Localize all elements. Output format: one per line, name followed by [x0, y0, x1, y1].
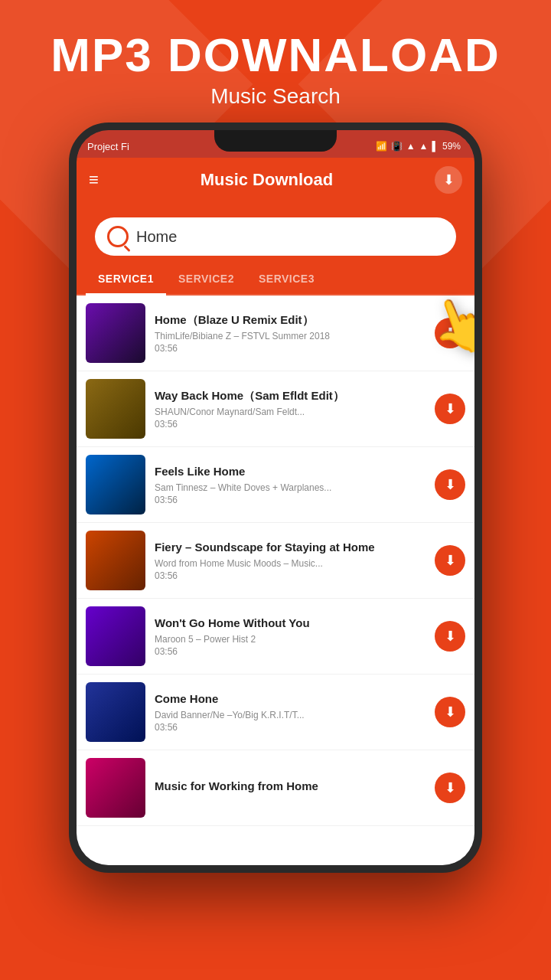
song-info: Music for Working from Home: [155, 779, 425, 797]
song-duration: 03:56: [155, 646, 425, 657]
song-info: Feels Like HomeSam Tinnesz – White Doves…: [155, 464, 425, 505]
song-download-button[interactable]: ⬇: [435, 697, 465, 727]
carrier-text: Project Fi: [87, 141, 129, 152]
song-artist: ThimLife/Bibiane Z – FSTVL Summer 2018: [155, 331, 425, 341]
song-info: Way Back Home（Sam Efldt Edit）SHAUN/Conor…: [155, 388, 425, 430]
song-info: Home（Blaze U Remix Edit）ThimLife/Bibiane…: [155, 312, 425, 354]
song-thumbnail: [86, 682, 145, 742]
song-info: Come HoneDavid Banner/Ne –Yo/Big K.R.I.T…: [155, 691, 425, 733]
song-download-button[interactable]: ⬇: [435, 621, 465, 652]
song-artist: David Banner/Ne –Yo/Big K.R.I.T/T...: [155, 710, 425, 720]
song-title: Feels Like Home: [155, 464, 425, 479]
song-thumbnail: [86, 379, 145, 439]
song-download-button[interactable]: ⬇: [435, 773, 465, 803]
song-duration: 03:56: [155, 419, 425, 430]
menu-icon[interactable]: ≡: [89, 172, 99, 188]
song-thumbnail: [86, 606, 145, 666]
tab-service1[interactable]: SERVICE1: [86, 263, 166, 294]
song-download-button[interactable]: ⬇: [435, 318, 465, 348]
song-item: Music for Working from Home⬇: [77, 750, 474, 826]
song-title: Music for Working from Home: [155, 779, 425, 794]
song-title: Fiery – Soundscape for Staying at Home: [155, 540, 425, 555]
song-item: Feels Like HomeSam Tinnesz – White Doves…: [77, 447, 474, 523]
song-artist: Sam Tinnesz – White Doves + Warplanes...: [155, 482, 425, 493]
song-title: Won't Go Home Without You: [155, 616, 425, 631]
battery-text: 59%: [442, 141, 461, 152]
banner-title: MP3 DOWNALOAD: [0, 29, 551, 81]
status-icons: 📶 📳 ▲ ▲ ▌ 59%: [376, 141, 461, 152]
top-banner: MP3 DOWNALOAD Music Search: [0, 0, 551, 122]
signal-icon: ▲: [419, 141, 429, 152]
song-thumbnail: [86, 303, 145, 363]
banner-subtitle: Music Search: [0, 84, 551, 109]
phone-content: Project Fi 📶 📳 ▲ ▲ ▌ 59% ≡ Music Downloa…: [77, 130, 474, 865]
app-header: ≡ Music Download ⬇: [77, 158, 474, 202]
song-list: Home（Blaze U Remix Edit）ThimLife/Bibiane…: [77, 296, 474, 865]
song-title: Come Hone: [155, 691, 425, 707]
battery-icon: ▌: [432, 141, 439, 152]
song-item: Come HoneDavid Banner/Ne –Yo/Big K.R.I.T…: [77, 675, 474, 750]
song-artist: Word from Home Music Moods – Music...: [155, 558, 425, 569]
download-icon[interactable]: ⬇: [435, 166, 462, 194]
phone-frame: Project Fi 📶 📳 ▲ ▲ ▌ 59% ≡ Music Downloa…: [69, 122, 482, 873]
vibrate-icon: 📳: [391, 141, 403, 152]
song-duration: 03:56: [155, 495, 425, 505]
song-title: Home（Blaze U Remix Edit）: [155, 312, 425, 328]
song-item: Home（Blaze U Remix Edit）ThimLife/Bibiane…: [77, 296, 474, 371]
search-input[interactable]: Home: [136, 228, 177, 246]
tab-service3[interactable]: SERVICE3: [246, 263, 327, 294]
song-thumbnail: [86, 758, 145, 818]
song-download-button[interactable]: ⬇: [435, 394, 465, 424]
song-item: Way Back Home（Sam Efldt Edit）SHAUN/Conor…: [77, 371, 474, 447]
song-info: Fiery – Soundscape for Staying at HomeWo…: [155, 540, 425, 581]
tab-service2[interactable]: SERVICE2: [166, 263, 246, 294]
bluetooth-icon: 📶: [376, 141, 387, 152]
service-tabs: SERVICE1 SERVICE2 SERVICE3: [77, 263, 474, 296]
song-artist: Maroon 5 – Power Hist 2: [155, 634, 425, 645]
song-title: Way Back Home（Sam Efldt Edit）: [155, 388, 425, 403]
phone-notch: [214, 130, 337, 152]
song-info: Won't Go Home Without YouMaroon 5 – Powe…: [155, 616, 425, 657]
song-download-button[interactable]: ⬇: [435, 469, 465, 500]
song-thumbnail: [86, 531, 145, 590]
wifi-icon: ▲: [406, 141, 416, 152]
song-download-button[interactable]: ⬇: [435, 545, 465, 576]
song-thumbnail: [86, 455, 145, 514]
song-artist: SHAUN/Conor Maynard/Sam Feldt...: [155, 407, 425, 417]
song-duration: 03:56: [155, 722, 425, 733]
song-item: Fiery – Soundscape for Staying at HomeWo…: [77, 523, 474, 599]
phone-wrapper: Project Fi 📶 📳 ▲ ▲ ▌ 59% ≡ Music Downloa…: [0, 122, 551, 873]
header-title: Music Download: [201, 170, 334, 190]
search-icon: [107, 226, 129, 247]
song-item: Won't Go Home Without YouMaroon 5 – Powe…: [77, 599, 474, 675]
search-bar[interactable]: Home: [95, 217, 456, 256]
song-duration: 03:56: [155, 343, 425, 354]
song-duration: 03:56: [155, 570, 425, 581]
